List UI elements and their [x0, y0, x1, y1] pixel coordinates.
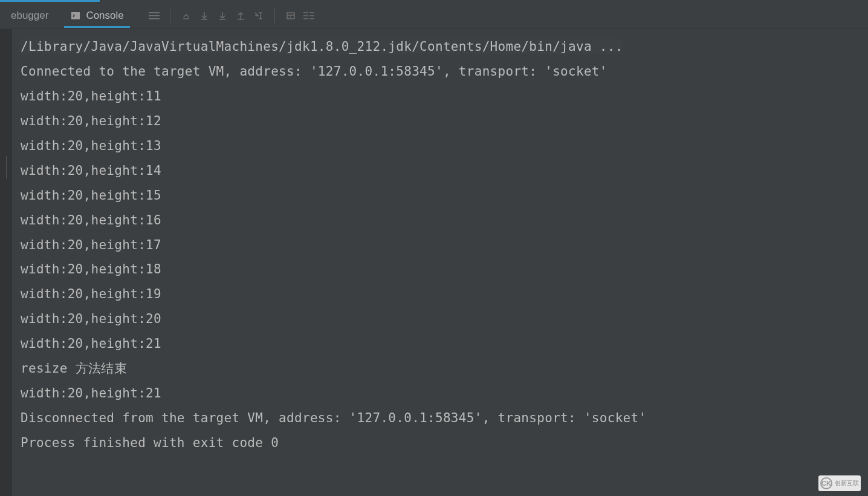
top-highlight [0, 0, 100, 2]
tab-console[interactable]: Console [59, 3, 134, 28]
svg-rect-14 [287, 13, 294, 19]
evaluate-icon[interactable] [282, 7, 299, 24]
console-line: width:20,height:21 [21, 381, 868, 406]
down-stack-2-icon[interactable] [214, 7, 231, 24]
tab-bar: ebugger Console [0, 3, 868, 28]
tab-debugger[interactable]: ebugger [0, 3, 59, 28]
toolbar-separator [170, 8, 170, 23]
console-icon [70, 10, 81, 21]
console-line: width:20,height:17 [21, 233, 868, 258]
console-line: Process finished with exit code 0 [21, 431, 868, 455]
run-to-cursor-icon[interactable] [250, 7, 267, 24]
toolbar-separator-2 [274, 8, 275, 23]
console-line: width:20,height:16 [21, 208, 868, 233]
console-line: Connected to the target VM, address: '12… [21, 59, 868, 84]
tab-console-label: Console [86, 10, 123, 22]
console-line: width:20,height:15 [21, 183, 868, 208]
up-stack-icon[interactable] [178, 7, 195, 24]
svg-rect-0 [71, 12, 80, 19]
gutter-marker [6, 156, 7, 179]
console-cmd-line: /Library/Java/JavaVirtualMachines/jdk1.8… [21, 39, 623, 54]
console-line: width:20,height:20 [21, 307, 868, 331]
console-line: width:20,height:19 [21, 282, 868, 307]
up-arrow-icon[interactable] [232, 7, 249, 24]
watermark-logo-icon: CK [820, 477, 832, 489]
console-line: width:20,height:13 [21, 134, 868, 158]
console-line: width:20,height:21 [21, 331, 868, 356]
tab-debugger-label: ebugger [11, 10, 48, 22]
watermark: CK 创新互联 [818, 475, 861, 491]
console-line: width:20,height:12 [21, 109, 868, 134]
console-line: resize 方法结束 [21, 356, 868, 381]
console-line: width:20,height:14 [21, 158, 868, 183]
console-gutter [0, 29, 12, 496]
toolbar [146, 7, 317, 24]
watermark-text: 创新互联 [835, 479, 859, 488]
console-output[interactable]: /Library/Java/JavaVirtualMachines/jdk1.8… [0, 28, 868, 455]
settings-icon[interactable] [146, 7, 163, 24]
trace-icon[interactable] [300, 7, 317, 24]
console-line: Disconnected from the target VM, address… [21, 406, 868, 431]
down-stack-icon[interactable] [196, 7, 213, 24]
console-line: width:20,height:11 [21, 84, 868, 109]
console-line: width:20,height:18 [21, 257, 868, 282]
